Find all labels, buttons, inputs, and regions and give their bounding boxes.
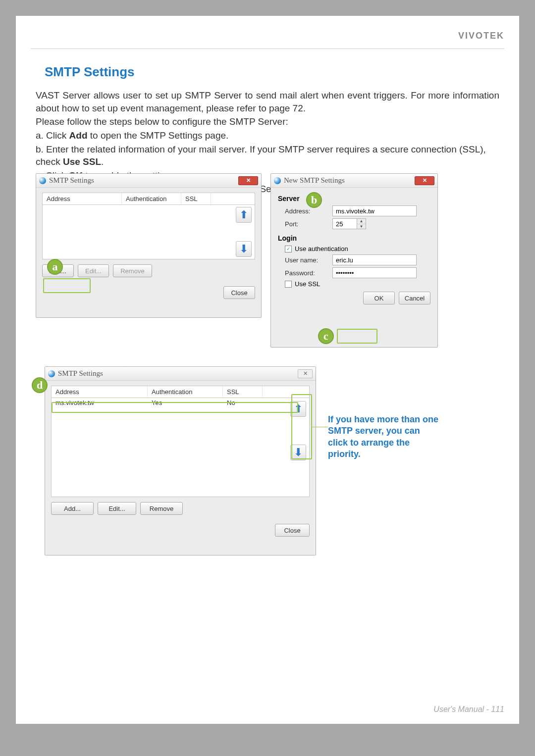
address-label: Address:: [285, 207, 332, 215]
port-spinner[interactable]: ▲ ▼: [357, 218, 366, 229]
step-b-bold: Use SSL: [63, 156, 101, 167]
highlight-row: [52, 402, 298, 413]
badge-d: d: [32, 377, 48, 393]
page-footer: User's Manual - 111: [433, 705, 504, 714]
step-a-pre: a. Click: [36, 130, 69, 141]
col-ssl[interactable]: SSL: [223, 386, 263, 398]
col-address[interactable]: Address: [43, 193, 122, 204]
spinner-down-icon[interactable]: ▼: [357, 224, 366, 229]
titlebar[interactable]: SMTP Settings ✕: [36, 174, 261, 188]
add-button[interactable]: Add...: [51, 502, 94, 515]
priority-tip: If you have more than one SMTP server, y…: [328, 414, 442, 460]
close-button[interactable]: Close: [275, 524, 310, 537]
ok-button[interactable]: OK: [363, 292, 395, 304]
priority-up-button[interactable]: ⬆: [236, 207, 252, 223]
cancel-button[interactable]: Cancel: [399, 292, 430, 304]
titlebar[interactable]: SMTP Settings ✕: [45, 367, 316, 381]
port-input[interactable]: [332, 218, 357, 229]
close-icon[interactable]: ✕: [238, 176, 258, 185]
highlight-arrows: [291, 394, 312, 459]
app-icon: [39, 177, 46, 184]
intro-paragraph-1: VAST Server allows user to set up SMTP S…: [36, 89, 499, 114]
col-address[interactable]: Address: [52, 386, 148, 398]
highlight-ok: [337, 329, 377, 344]
highlight-add: [43, 278, 91, 293]
server-head-label: Server: [278, 195, 300, 202]
badge-a: a: [47, 259, 63, 275]
callout-line: [312, 427, 328, 427]
brand-label: VIVOTEK: [458, 31, 504, 41]
badge-b: b: [306, 192, 322, 208]
close-button[interactable]: Close: [223, 286, 255, 299]
use-ssl-label: Use SSL: [295, 280, 320, 288]
smtp-settings-dialog-populated: SMTP Settings ✕ Address Authentication S…: [45, 366, 316, 555]
app-icon: [274, 177, 281, 184]
divider: [31, 49, 504, 49]
server-list: ⬆ ⬇: [42, 205, 255, 259]
table-header: Address Authentication SSL: [51, 386, 310, 398]
col-authentication[interactable]: Authentication: [148, 386, 223, 398]
col-authentication[interactable]: Authentication: [122, 193, 181, 204]
col-ssl[interactable]: SSL: [181, 193, 211, 204]
badge-c: c: [318, 328, 334, 344]
step-a-bold: Add: [69, 130, 88, 141]
new-smtp-settings-dialog: New SMTP Settings ✕ Server Address: Port…: [270, 173, 438, 348]
close-icon[interactable]: ✕: [415, 176, 434, 185]
server-list: ms.vivotek.tw Yes No ⬆ ⬇: [51, 398, 310, 497]
step-a-post: to open the SMTP Settings page.: [88, 130, 229, 141]
arrow-up-icon: ⬆: [239, 209, 248, 220]
edit-button[interactable]: Edit...: [98, 502, 136, 515]
step-b-post: .: [101, 156, 104, 167]
username-label: User name:: [285, 256, 332, 264]
dialog-title: SMTP Settings: [49, 176, 94, 185]
priority-down-button[interactable]: ⬇: [236, 241, 252, 257]
remove-button[interactable]: Remove: [113, 264, 152, 277]
close-icon[interactable]: ✕: [298, 369, 313, 378]
port-label: Port:: [285, 220, 332, 228]
use-ssl-checkbox[interactable]: [285, 281, 292, 288]
remove-button[interactable]: Remove: [140, 502, 183, 515]
intro-paragraph-2: Please follow the steps below to configu…: [36, 115, 499, 128]
server-section-head: Server: [278, 195, 430, 202]
spinner-up-icon[interactable]: ▲: [357, 219, 366, 224]
smtp-settings-dialog-empty: SMTP Settings ✕ Address Authentication S…: [36, 173, 262, 318]
table-header: Address Authentication SSL: [42, 193, 255, 205]
dialog-title: New SMTP Settings: [284, 176, 345, 185]
arrow-down-icon: ⬇: [239, 244, 248, 254]
username-input[interactable]: [332, 254, 417, 265]
dialog-title: SMTP Settings: [58, 369, 103, 378]
address-input[interactable]: [332, 205, 417, 216]
use-auth-checkbox[interactable]: ✓: [285, 246, 292, 252]
step-a: a. Click Add to open the SMTP Settings p…: [36, 129, 499, 142]
password-label: Password:: [285, 269, 332, 277]
section-title: SMTP Settings: [45, 64, 135, 80]
use-auth-label: Use authentication: [295, 245, 348, 252]
password-input[interactable]: [332, 267, 417, 278]
app-icon: [48, 370, 55, 377]
edit-button[interactable]: Edit...: [78, 264, 109, 277]
step-b: b. Enter the related information of your…: [36, 143, 499, 168]
titlebar[interactable]: New SMTP Settings ✕: [271, 174, 437, 188]
login-section-head: Login: [278, 234, 430, 242]
